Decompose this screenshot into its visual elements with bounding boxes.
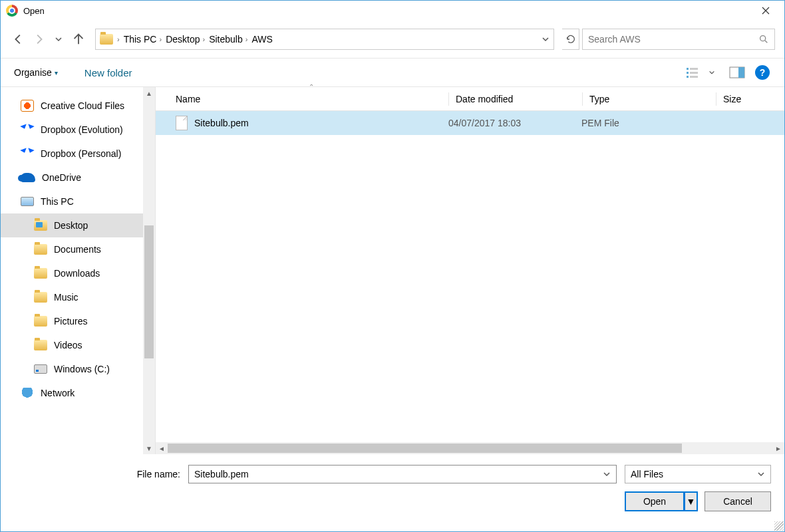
file-type: PEM File: [581, 118, 714, 128]
svg-point-0: [760, 36, 766, 41]
breadcrumb-item[interactable]: Desktop›: [166, 34, 205, 45]
sidebar-item[interactable]: Windows (C:): [1, 357, 155, 381]
toolbar: Organise ▾ New folder ?: [1, 58, 784, 87]
chevron-right-icon[interactable]: ›: [117, 35, 120, 43]
column-name[interactable]: Name: [156, 94, 448, 104]
sidebar-item-label: Creative Cloud Files: [41, 100, 124, 111]
recent-dropdown[interactable]: [50, 31, 67, 48]
sidebar-item-label: Downloads: [54, 268, 100, 279]
file-icon: [176, 116, 188, 130]
svg-rect-5: [690, 72, 698, 74]
scrollbar-thumb[interactable]: [144, 225, 154, 358]
breadcrumb-item[interactable]: AWS: [251, 34, 272, 45]
file-list-pane: ⌃ Name Date modified Type Size Sitebulb.…: [155, 87, 784, 454]
breadcrumb-item[interactable]: This PC›: [124, 34, 162, 45]
fld-blue-icon: [34, 220, 47, 231]
net-icon: [21, 388, 34, 398]
filetype-select[interactable]: All Files: [625, 465, 771, 483]
sidebar-item[interactable]: Documents: [1, 237, 155, 261]
search-input[interactable]: [588, 34, 758, 45]
sidebar-item[interactable]: Dropbox (Evolution): [1, 118, 155, 142]
search-icon[interactable]: [758, 34, 769, 45]
breadcrumb-item[interactable]: Sitebulb›: [209, 34, 247, 45]
view-dropdown-icon[interactable]: [703, 64, 720, 81]
sidebar-item-label: Dropbox (Evolution): [41, 124, 123, 135]
view-options-button[interactable]: [685, 64, 702, 81]
svg-rect-6: [690, 76, 698, 78]
svg-rect-8: [738, 67, 744, 78]
column-size[interactable]: Size: [716, 94, 784, 104]
close-button[interactable]: [752, 3, 779, 19]
fld-icon: [34, 316, 47, 327]
drv-icon: [34, 364, 47, 374]
back-button[interactable]: [10, 31, 27, 48]
sidebar-item[interactable]: Dropbox (Personal): [1, 142, 155, 166]
folder-icon: [100, 34, 113, 45]
sidebar-scrollbar[interactable]: ▲ ▼: [143, 87, 155, 454]
column-date[interactable]: Date modified: [449, 94, 582, 104]
forward-button[interactable]: [30, 31, 47, 48]
help-button[interactable]: ?: [754, 64, 771, 81]
open-split-button[interactable]: Open ▼: [625, 491, 698, 511]
sort-indicator-icon: ⌃: [309, 83, 314, 90]
scroll-right-icon[interactable]: ►: [772, 445, 784, 452]
scroll-left-icon[interactable]: ◄: [156, 445, 168, 452]
sidebar-item[interactable]: Downloads: [1, 261, 155, 285]
resize-grip[interactable]: [774, 521, 784, 531]
filetype-dropdown-icon[interactable]: [757, 470, 765, 478]
cc-icon: [21, 100, 34, 112]
sidebar-item-label: This PC: [41, 196, 74, 207]
fld-icon: [34, 244, 47, 255]
up-button[interactable]: [70, 31, 87, 48]
sidebar-item[interactable]: Videos: [1, 333, 155, 357]
filename-label: File name:: [14, 469, 180, 479]
scroll-down-icon[interactable]: ▼: [146, 442, 152, 454]
sidebar-item-label: Windows (C:): [54, 364, 110, 374]
preview-pane-button[interactable]: [728, 64, 746, 81]
svg-rect-2: [687, 72, 689, 74]
svg-rect-1: [687, 68, 689, 70]
sidebar: Creative Cloud FilesDropbox (Evolution)D…: [1, 87, 155, 454]
refresh-button[interactable]: [562, 29, 579, 50]
sidebar-item-label: Music: [54, 292, 78, 303]
sidebar-item-label: Documents: [54, 244, 101, 255]
cancel-button[interactable]: Cancel: [705, 491, 771, 511]
file-name: Sitebulb.pem: [194, 118, 249, 128]
titlebar: Open: [1, 1, 784, 21]
fld-icon: [34, 340, 47, 350]
address-bar[interactable]: › This PC› Desktop› Sitebulb› AWS: [95, 29, 554, 50]
pc-icon: [21, 197, 34, 206]
footer: File name: Sitebulb.pem All Files Open ▼…: [1, 454, 784, 519]
file-row[interactable]: Sitebulb.pem04/07/2017 18:03PEM File: [156, 111, 784, 135]
sidebar-item[interactable]: Desktop: [1, 213, 155, 237]
scrollbar-thumb[interactable]: [168, 444, 682, 453]
db-icon: [21, 124, 34, 136]
search-box[interactable]: [582, 29, 775, 50]
column-type[interactable]: Type: [583, 94, 716, 104]
organise-menu[interactable]: Organise ▾: [14, 67, 58, 78]
horizontal-scrollbar[interactable]: ◄ ►: [156, 442, 784, 454]
open-dropdown-button[interactable]: ▼: [685, 491, 698, 511]
sidebar-item-label: Pictures: [54, 316, 88, 327]
new-folder-button[interactable]: New folder: [84, 67, 132, 78]
sidebar-item[interactable]: Creative Cloud Files: [1, 94, 155, 118]
filename-dropdown-icon[interactable]: [603, 470, 611, 478]
sidebar-item-label: OneDrive: [42, 172, 81, 183]
file-date: 04/07/2017 18:03: [448, 118, 581, 128]
sidebar-item[interactable]: Pictures: [1, 309, 155, 333]
fld-icon: [34, 268, 47, 279]
nav-bar: › This PC› Desktop› Sitebulb› AWS: [1, 26, 784, 53]
filename-input[interactable]: Sitebulb.pem: [188, 465, 617, 483]
address-dropdown-icon[interactable]: [542, 35, 550, 43]
open-button[interactable]: Open: [625, 491, 685, 511]
scroll-up-icon[interactable]: ▲: [146, 87, 152, 99]
db-icon: [21, 148, 34, 160]
sidebar-item[interactable]: OneDrive: [1, 166, 155, 190]
fld-icon: [34, 292, 47, 303]
sidebar-item[interactable]: Music: [1, 285, 155, 309]
sidebar-item[interactable]: This PC: [1, 190, 155, 213]
sidebar-item-label: Network: [41, 388, 75, 398]
column-headers: Name Date modified Type Size: [156, 87, 784, 111]
sidebar-item[interactable]: Network: [1, 381, 155, 405]
sidebar-item-label: Videos: [54, 340, 82, 350]
